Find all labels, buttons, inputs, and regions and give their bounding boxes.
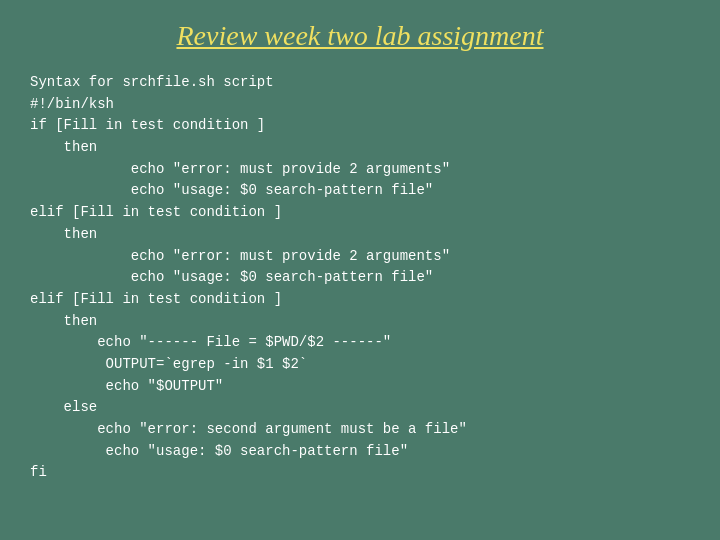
slide-container: Review week two lab assignment Syntax fo…: [0, 0, 720, 540]
code-block: Syntax for srchfile.sh script #!/bin/ksh…: [30, 72, 690, 484]
slide-title: Review week two lab assignment: [30, 20, 690, 52]
